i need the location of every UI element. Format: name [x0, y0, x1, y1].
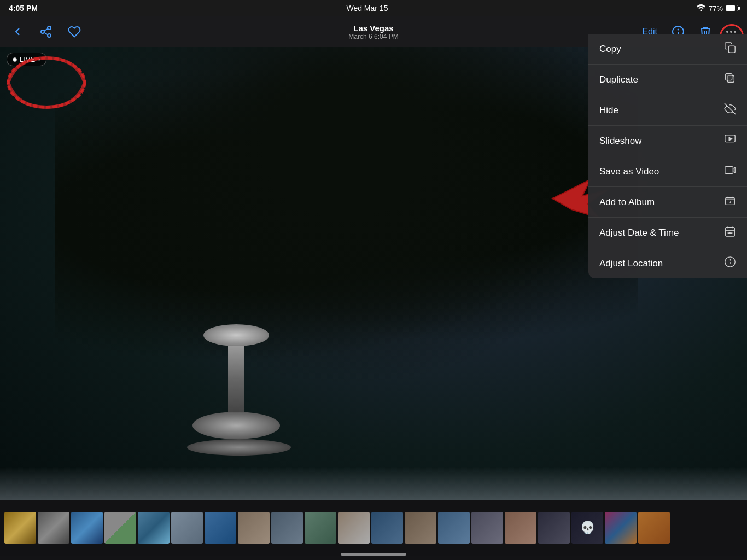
- fountain-stem: [228, 346, 244, 412]
- menu-item-adjust-location[interactable]: Adjust Location: [588, 248, 747, 278]
- thumbnail-1[interactable]: [4, 512, 36, 544]
- menu-item-save-video[interactable]: Save as Video: [588, 156, 747, 187]
- thumbnail-4[interactable]: [104, 512, 136, 544]
- status-date: Wed Mar 15: [346, 4, 388, 13]
- live-label: LIVE: [20, 55, 35, 63]
- svg-rect-14: [726, 228, 735, 237]
- hide-label: Hide: [599, 105, 618, 116]
- add-album-label: Add to Album: [599, 197, 655, 208]
- three-dots-icon: [726, 31, 736, 33]
- menu-item-slideshow[interactable]: Slideshow: [588, 126, 747, 156]
- save-video-icon: [724, 164, 736, 179]
- slideshow-label: Slideshow: [599, 136, 642, 147]
- thumbnails-row: [0, 500, 747, 553]
- thumbnail-12[interactable]: [371, 512, 403, 544]
- wifi-icon: [697, 4, 705, 13]
- photo-title-area: Las Vegas March 6 6:04 PM: [348, 24, 398, 40]
- hide-icon: [724, 103, 736, 118]
- adjust-date-icon: [724, 225, 736, 240]
- svg-marker-10: [729, 137, 732, 141]
- thumbnail-warm[interactable]: [638, 512, 670, 544]
- battery-icon: [726, 5, 738, 11]
- live-badge[interactable]: LIVE ▾: [7, 52, 46, 66]
- status-time: 4:05 PM: [9, 4, 38, 13]
- svg-rect-7: [726, 74, 732, 80]
- thumbnail-strip: [0, 500, 747, 560]
- save-video-label: Save as Video: [599, 166, 659, 177]
- favorite-button[interactable]: [66, 23, 83, 40]
- thumbnail-10[interactable]: [305, 512, 336, 544]
- menu-item-duplicate[interactable]: Duplicate: [588, 65, 747, 95]
- svg-rect-5: [728, 46, 735, 52]
- thumbnail-15[interactable]: [471, 512, 503, 544]
- fountain-base: [192, 412, 280, 439]
- thumbnail-11[interactable]: [338, 512, 370, 544]
- copy-icon: [724, 42, 736, 56]
- fountain-top: [203, 324, 269, 346]
- thumbnail-3[interactable]: [71, 512, 103, 544]
- battery-percentage: 77%: [709, 4, 723, 13]
- thumbnail-6[interactable]: [171, 512, 203, 544]
- toolbar-left: [0, 23, 374, 40]
- thumbnail-skull[interactable]: [571, 512, 603, 544]
- context-menu: Copy Duplicate Hide Slideshow: [588, 34, 747, 278]
- adjust-date-label: Adjust Date & Time: [599, 228, 679, 238]
- fountain-bowl: [187, 439, 291, 456]
- thumbnail-5[interactable]: [138, 512, 170, 544]
- ground-area: [0, 467, 747, 500]
- svg-rect-11: [725, 167, 733, 174]
- thumbnail-2[interactable]: [38, 512, 69, 544]
- fountain: [187, 324, 285, 477]
- thumbnail-17[interactable]: [538, 512, 570, 544]
- slideshow-icon: [724, 133, 736, 148]
- duplicate-label: Duplicate: [599, 74, 638, 85]
- tree-silhouette: [55, 47, 638, 387]
- add-album-icon: [724, 195, 736, 209]
- live-dot: [13, 57, 17, 62]
- thumbnail-9[interactable]: [271, 512, 303, 544]
- live-chevron-icon: ▾: [38, 56, 40, 62]
- thumbnail-16[interactable]: [505, 512, 536, 544]
- photo-date: March 6 6:04 PM: [348, 33, 398, 40]
- thumbnail-colorful[interactable]: [605, 512, 637, 544]
- status-bar: 4:05 PM Wed Mar 15 77%: [0, 0, 747, 16]
- svg-point-0: [700, 9, 702, 11]
- thumbnail-13[interactable]: [405, 512, 436, 544]
- photo-location: Las Vegas: [348, 24, 398, 33]
- home-indicator: [341, 553, 406, 556]
- menu-item-adjust-date[interactable]: Adjust Date & Time: [588, 218, 747, 248]
- thumbnail-14[interactable]: [438, 512, 470, 544]
- copy-label: Copy: [599, 44, 621, 55]
- status-icons: 77%: [697, 4, 738, 13]
- duplicate-icon: [724, 72, 736, 87]
- menu-item-hide[interactable]: Hide: [588, 95, 747, 126]
- thumbnail-8[interactable]: [238, 512, 270, 544]
- adjust-location-label: Adjust Location: [599, 258, 663, 269]
- back-button[interactable]: [9, 23, 26, 40]
- menu-item-copy[interactable]: Copy: [588, 34, 747, 65]
- menu-item-add-album[interactable]: Add to Album: [588, 187, 747, 218]
- share-button[interactable]: [37, 23, 55, 40]
- thumbnail-7[interactable]: [205, 512, 236, 544]
- adjust-location-icon: [724, 256, 736, 271]
- svg-marker-12: [733, 167, 736, 172]
